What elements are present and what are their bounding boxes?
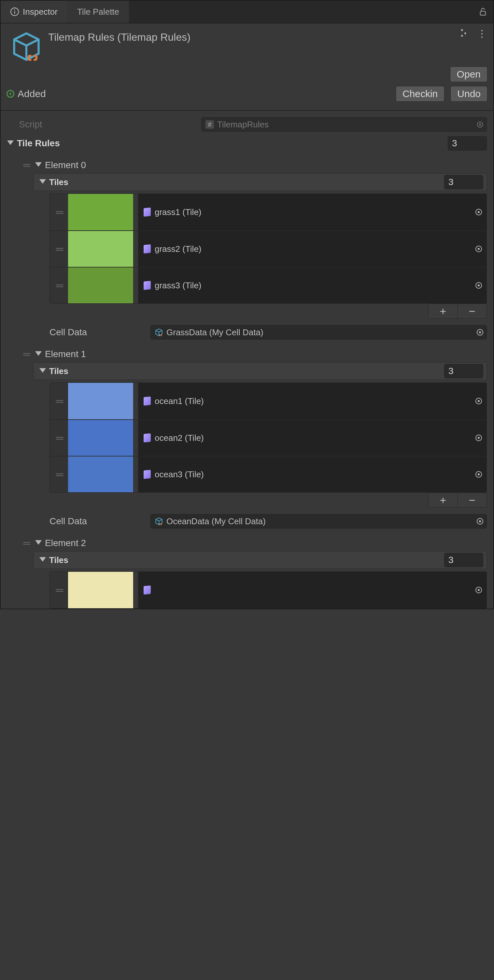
foldout-icon — [40, 368, 46, 373]
object-picker-icon[interactable] — [475, 328, 484, 337]
tile-row: ═ocean2 (Tile) — [50, 419, 486, 456]
svg-point-15 — [478, 400, 480, 402]
drag-handle-icon[interactable]: ═ — [20, 348, 32, 360]
tiles-label: Tiles — [49, 366, 68, 376]
tab-inspector[interactable]: Inspector — [1, 1, 67, 23]
inspector-panel: Inspector Tile Palette Tilemap Rules (Ti… — [0, 0, 494, 609]
svg-point-9 — [478, 248, 480, 250]
cell-data-row: Cell DataOceanData (My Cell Data) — [7, 513, 487, 530]
object-picker-icon[interactable] — [475, 120, 484, 129]
cell-data-label: Cell Data — [49, 327, 151, 337]
drag-handle-icon[interactable]: ═ — [50, 420, 68, 456]
tiles-label: Tiles — [49, 177, 68, 187]
tile-swatch[interactable] — [68, 383, 133, 419]
tile-name: grass1 (Tile) — [155, 207, 202, 217]
tile-object-field[interactable]: grass2 (Tile) — [138, 231, 486, 267]
add-button[interactable]: + — [428, 304, 457, 319]
tile-swatch[interactable] — [68, 231, 133, 267]
object-picker-icon[interactable] — [474, 281, 483, 290]
lock-icon[interactable] — [478, 7, 488, 16]
element-header[interactable]: ═Element 1 — [7, 346, 487, 360]
cell-data-field[interactable]: OceanData (My Cell Data) — [151, 514, 487, 528]
drag-handle-icon[interactable]: ═ — [50, 267, 68, 303]
remove-button[interactable]: − — [457, 304, 487, 319]
drag-handle-icon[interactable]: ═ — [50, 457, 68, 492]
tiles-list: ═ — [49, 571, 487, 609]
element-name: Element 1 — [45, 349, 86, 360]
tile-swatch[interactable] — [68, 572, 133, 608]
object-picker-icon[interactable] — [474, 208, 483, 216]
svg-point-11 — [478, 285, 480, 286]
object-picker-icon[interactable] — [474, 433, 483, 442]
svg-point-17 — [478, 437, 480, 439]
svg-point-5 — [479, 124, 481, 126]
tiles-header[interactable]: Tiles3 — [33, 551, 487, 569]
svg-point-13 — [479, 331, 481, 333]
tiles-count[interactable]: 3 — [444, 364, 483, 378]
scriptable-object-icon — [8, 29, 44, 65]
tile-swatch[interactable] — [68, 420, 133, 456]
tab-tile-palette[interactable]: Tile Palette — [67, 1, 129, 23]
svg-rect-2 — [14, 9, 15, 10]
object-picker-icon[interactable] — [474, 396, 483, 406]
tile-row: ═ — [50, 572, 486, 608]
object-picker-icon[interactable] — [475, 517, 484, 526]
drag-handle-icon[interactable]: ═ — [50, 383, 68, 419]
asset-title: Tilemap Rules (Tilemap Rules) — [44, 29, 191, 43]
script-label: Script — [19, 119, 201, 130]
preset-icon[interactable] — [459, 29, 469, 38]
tile-rules-count[interactable]: 3 — [448, 136, 487, 151]
tile-row: ═grass1 (Tile) — [50, 194, 486, 230]
tile-swatch[interactable] — [68, 267, 133, 303]
tile-swatch[interactable] — [68, 194, 133, 230]
add-button[interactable]: + — [428, 493, 457, 508]
svg-point-7 — [478, 211, 480, 213]
tile-object-field[interactable]: grass1 (Tile) — [138, 194, 486, 230]
foldout-icon — [7, 140, 14, 145]
object-picker-icon[interactable] — [474, 585, 483, 595]
tile-rules-header[interactable]: Tile Rules 3 — [7, 135, 487, 152]
tiles-count[interactable]: 3 — [444, 175, 483, 189]
tile-object-field[interactable]: ocean3 (Tile) — [138, 457, 486, 492]
svg-point-23 — [478, 589, 480, 591]
kebab-menu-icon[interactable]: ⋮ — [477, 32, 487, 35]
tile-row: ═grass3 (Tile) — [50, 267, 486, 303]
cell-data-field[interactable]: GrassData (My Cell Data) — [151, 325, 487, 339]
cell-data-row: Cell DataGrassData (My Cell Data) — [7, 324, 487, 341]
script-row: Script # TilemapRules — [7, 116, 487, 133]
tile-object-field[interactable]: ocean1 (Tile) — [138, 383, 486, 419]
foldout-icon — [40, 179, 46, 184]
element-header[interactable]: ═Element 0 — [7, 157, 487, 171]
drag-handle-icon[interactable]: ═ — [50, 231, 68, 267]
tile-swatch[interactable] — [68, 457, 133, 492]
script-field[interactable]: # TilemapRules — [201, 117, 487, 132]
tile-row: ═grass2 (Tile) — [50, 230, 486, 267]
element-header[interactable]: ═Element 2 — [7, 535, 487, 549]
tiles-header[interactable]: Tiles3 — [33, 362, 487, 380]
asset-header: Tilemap Rules (Tilemap Rules) ⋮ — [1, 24, 493, 65]
foldout-icon — [40, 557, 46, 562]
tile-object-field[interactable]: ocean2 (Tile) — [138, 420, 486, 456]
remove-button[interactable]: − — [457, 493, 487, 508]
tiles-header[interactable]: Tiles3 — [33, 173, 487, 191]
tiles-list: ═grass1 (Tile)═grass2 (Tile)═grass3 (Til… — [49, 194, 487, 304]
tab-label: Tile Palette — [77, 7, 119, 17]
undo-button[interactable]: Undo — [450, 86, 488, 102]
drag-handle-icon[interactable]: ═ — [50, 194, 68, 230]
open-button[interactable]: Open — [450, 67, 488, 82]
tile-object-field[interactable]: grass3 (Tile) — [138, 267, 486, 303]
info-icon — [10, 8, 19, 16]
checkin-button[interactable]: Checkin — [396, 86, 445, 102]
tiles-count[interactable]: 3 — [444, 553, 483, 567]
drag-handle-icon[interactable]: ═ — [20, 160, 32, 171]
drag-handle-icon[interactable]: ═ — [20, 538, 32, 549]
script-value: TilemapRules — [217, 119, 268, 130]
tile-icon — [144, 433, 151, 442]
tile-name: grass3 (Tile) — [155, 280, 202, 291]
tile-object-field[interactable] — [138, 572, 486, 608]
tile-name: ocean1 (Tile) — [155, 396, 204, 406]
tile-row: ═ocean1 (Tile) — [50, 383, 486, 419]
object-picker-icon[interactable] — [474, 244, 483, 253]
drag-handle-icon[interactable]: ═ — [50, 572, 68, 608]
object-picker-icon[interactable] — [474, 470, 483, 479]
